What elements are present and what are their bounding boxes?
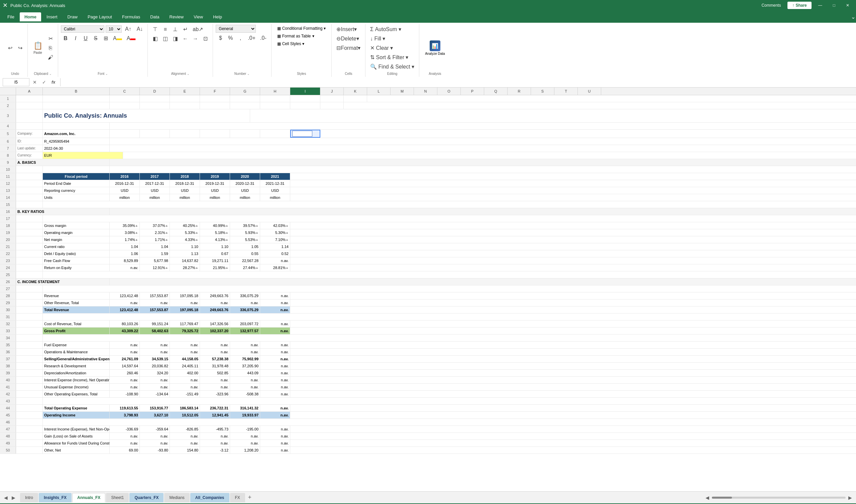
- cell-H49[interactable]: n.av.: [260, 440, 290, 447]
- row-num-7[interactable]: 7: [0, 145, 16, 152]
- cell-A34[interactable]: [16, 335, 43, 341]
- cell-C5[interactable]: [110, 130, 140, 138]
- cell-E11[interactable]: 2018: [170, 173, 200, 180]
- cell-E33[interactable]: 79,325.72: [170, 327, 200, 334]
- cell-A23[interactable]: [16, 257, 43, 264]
- row-num-24[interactable]: 24: [0, 264, 16, 271]
- cell-F38[interactable]: 31,978.48: [200, 363, 230, 369]
- cell-D13[interactable]: USD: [140, 187, 170, 194]
- cell-D32[interactable]: 99,151.24: [140, 321, 170, 327]
- cell-A19[interactable]: [16, 229, 43, 236]
- cell-G47[interactable]: -195.00: [230, 426, 260, 432]
- cell-H30[interactable]: n.av.: [260, 306, 290, 313]
- row-num-22[interactable]: 22: [0, 250, 16, 257]
- cell-D33[interactable]: 58,402.63: [140, 327, 170, 334]
- cell-H14[interactable]: million: [260, 194, 290, 201]
- cell-G49[interactable]: n.av.: [230, 440, 260, 447]
- cell-I1[interactable]: [290, 95, 320, 102]
- col-header-C[interactable]: C: [110, 88, 140, 95]
- cell-A7[interactable]: Last update:: [16, 145, 43, 152]
- cell-D36[interactable]: n.av.: [140, 348, 170, 355]
- cell-I5[interactable]: [290, 130, 320, 138]
- scroll-left-button[interactable]: ◀: [704, 494, 711, 501]
- cell-F12[interactable]: 2019-12-31: [200, 180, 230, 187]
- cell-B14[interactable]: Units: [43, 194, 110, 201]
- row-num-45[interactable]: 45: [0, 412, 16, 418]
- cell-B40[interactable]: Interest Expense (Income), Net Operating: [43, 377, 110, 383]
- col-header-N[interactable]: N: [414, 88, 438, 95]
- cell-H42[interactable]: n.av.: [260, 391, 290, 397]
- row-num-19[interactable]: 19: [0, 229, 16, 236]
- row-num-30[interactable]: 30: [0, 306, 16, 313]
- cell-E30[interactable]: 197,095.18: [170, 306, 200, 313]
- cell-A12[interactable]: [16, 180, 43, 187]
- cell-A13[interactable]: [16, 187, 43, 194]
- cell-H32[interactable]: n.av.: [260, 321, 290, 327]
- wrap-text-button[interactable]: ↵: [181, 25, 190, 34]
- cell-F47[interactable]: -495.73: [200, 426, 230, 432]
- cell-F35[interactable]: n.av.: [200, 342, 230, 348]
- col-header-F[interactable]: F: [200, 88, 230, 95]
- cell-F18[interactable]: 40.99%▲: [200, 222, 230, 229]
- cell-E48[interactable]: n.av.: [170, 433, 200, 439]
- row-num-32[interactable]: 32: [0, 321, 16, 327]
- cell-B42[interactable]: Other Operating Expenses, Total: [43, 391, 110, 397]
- cell-A15[interactable]: [16, 201, 43, 208]
- cut-button[interactable]: ✂: [46, 34, 55, 43]
- cell-H12[interactable]: 2021-12-31: [260, 180, 290, 187]
- cell-A14[interactable]: [16, 194, 43, 201]
- cell-B30[interactable]: Total Revenue: [43, 306, 110, 313]
- minimize-button[interactable]: —: [814, 2, 826, 9]
- cell-F22[interactable]: 0.67: [200, 250, 230, 257]
- col-header-K[interactable]: K: [344, 88, 367, 95]
- cell-C38[interactable]: 14,597.64: [110, 363, 140, 369]
- row-num-26[interactable]: 26: [0, 278, 16, 285]
- row-num-4[interactable]: 4: [0, 123, 16, 129]
- col-header-J[interactable]: J: [320, 88, 344, 95]
- cell-G39[interactable]: 443.09: [230, 370, 260, 376]
- cell-C12[interactable]: 2016-12-31: [110, 180, 140, 187]
- close-button[interactable]: ✕: [842, 2, 853, 9]
- cell-A32[interactable]: [16, 321, 43, 327]
- tab-file[interactable]: File: [3, 12, 19, 21]
- row-num-49[interactable]: 49: [0, 440, 16, 447]
- cell-E12[interactable]: 2018-12-31: [170, 180, 200, 187]
- sheet-tab-fx[interactable]: FX: [230, 493, 245, 502]
- sheet-tab-all-companies[interactable]: All_Companies: [190, 493, 229, 502]
- cell-F42[interactable]: -323.96: [200, 391, 230, 397]
- cell-C33[interactable]: 43,309.22: [110, 327, 140, 334]
- cell-E35[interactable]: n.av.: [170, 342, 200, 348]
- sheet-tab-annuals-fx[interactable]: Annuals_FX: [72, 493, 105, 502]
- cell-B48[interactable]: Gain (Loss) on Sale of Assets: [43, 433, 110, 439]
- underline-button[interactable]: U: [81, 34, 90, 43]
- cell-F48[interactable]: n.av.: [200, 433, 230, 439]
- cell-A6[interactable]: ID:: [16, 138, 43, 145]
- row-num-28[interactable]: 28: [0, 292, 16, 299]
- cell-B19[interactable]: Operating margin: [43, 229, 110, 236]
- cell-B35[interactable]: Fuel Expense: [43, 342, 110, 348]
- cell-H18[interactable]: 42.03%▲: [260, 222, 290, 229]
- cell-C47[interactable]: -336.69: [110, 426, 140, 432]
- add-sheet-button[interactable]: +: [246, 493, 254, 502]
- cell-D24[interactable]: 12.91%▲: [140, 264, 170, 271]
- cell-G23[interactable]: 22,567.28: [230, 257, 260, 264]
- cell-G29[interactable]: n.av.: [230, 300, 260, 306]
- cell-H33[interactable]: n.av.: [260, 327, 290, 334]
- borders-button[interactable]: ⊞: [101, 34, 110, 43]
- comma-button[interactable]: ,: [236, 34, 245, 42]
- row-num-34[interactable]: 34: [0, 335, 16, 341]
- scroll-right-button[interactable]: ▶: [847, 494, 853, 501]
- cell-C14[interactable]: million: [110, 194, 140, 201]
- cell-E23[interactable]: 14,637.82: [170, 257, 200, 264]
- cell-H44[interactable]: n.av.: [260, 405, 290, 411]
- cell-F39[interactable]: 502.85: [200, 370, 230, 376]
- redo-button[interactable]: ↪: [15, 43, 25, 53]
- cell-C44[interactable]: 119,613.55: [110, 405, 140, 411]
- decrease-decimal-button[interactable]: .0-: [258, 34, 268, 42]
- cell-C1[interactable]: [110, 95, 140, 102]
- cell-B11[interactable]: Fiscal period: [43, 173, 110, 180]
- cell-G19[interactable]: 5.93%▲: [230, 229, 260, 236]
- cell-D30[interactable]: 157,553.87: [140, 306, 170, 313]
- cell-B22[interactable]: Debt / Equity (ratio): [43, 250, 110, 257]
- cell-G21[interactable]: 1.05: [230, 243, 260, 250]
